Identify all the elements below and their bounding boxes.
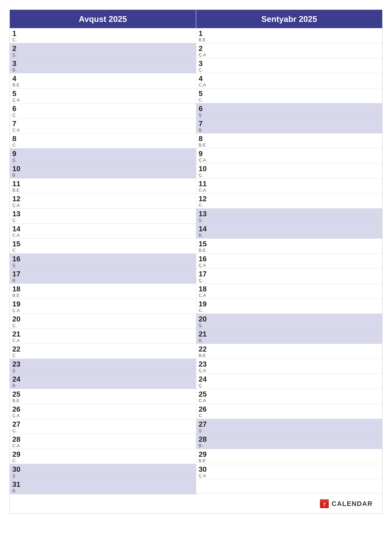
footer: 7 CALENDAR xyxy=(10,494,382,513)
day-number-col: 28 C.A xyxy=(10,434,24,449)
day-number: 17 xyxy=(12,270,22,278)
day-content xyxy=(210,193,382,208)
day-abbr: B. xyxy=(12,488,22,493)
day-abbr: Ş. xyxy=(199,112,208,117)
day-abbr: C. xyxy=(12,458,22,463)
day-number: 7 xyxy=(199,120,208,127)
month1-header: Avqust 2025 xyxy=(10,10,196,28)
september-day-12: 12 C. xyxy=(196,193,382,209)
day-number-col: 20 Ş. xyxy=(196,314,210,329)
august-day-22: 22 C. xyxy=(10,344,196,359)
day-content xyxy=(24,254,196,269)
day-content xyxy=(210,58,382,73)
day-abbr: C. xyxy=(12,37,22,42)
day-abbr: Ç. xyxy=(199,173,208,178)
day-content xyxy=(24,118,196,133)
day-number: 4 xyxy=(199,75,208,82)
day-number: 27 xyxy=(12,421,22,428)
august-day-26: 26 Ç.A xyxy=(10,404,196,419)
day-number: 21 xyxy=(12,330,22,338)
september-day-13: 13 Ş. xyxy=(196,209,382,224)
day-number-col: 31 B. xyxy=(10,479,24,494)
day-number: 12 xyxy=(12,195,22,202)
september-day-23: 23 Ç.A xyxy=(196,359,382,374)
month2-header: Sentyabr 2025 xyxy=(196,10,382,28)
day-number: 22 xyxy=(12,345,22,353)
day-abbr: B. xyxy=(12,173,22,178)
logo-area: 7 CALENDAR xyxy=(320,499,373,509)
svg-text:7: 7 xyxy=(323,502,326,507)
day-abbr: Ç.A xyxy=(12,413,22,418)
day-number: 11 xyxy=(199,180,208,187)
day-content xyxy=(24,434,196,449)
day-abbr: Ç. xyxy=(12,112,22,117)
day-content xyxy=(24,374,196,389)
day-abbr: Ç.A xyxy=(199,368,208,373)
day-number: 15 xyxy=(199,240,208,248)
day-content xyxy=(210,464,382,479)
day-number: 12 xyxy=(199,195,208,202)
day-content xyxy=(24,389,196,404)
day-abbr: Ş. xyxy=(12,52,22,58)
day-content xyxy=(210,389,382,404)
day-number: 4 xyxy=(12,75,22,82)
month2-title: Sentyabr 2025 xyxy=(261,15,317,24)
day-number: 26 xyxy=(12,405,22,413)
august-day-17: 17 B. xyxy=(10,269,196,284)
day-abbr: Ç. xyxy=(199,278,208,283)
day-abbr: Ş. xyxy=(199,218,208,223)
day-number: 14 xyxy=(199,225,208,232)
day-number: 10 xyxy=(12,165,22,172)
day-abbr: Ş. xyxy=(199,428,208,433)
day-abbr: B.E xyxy=(199,248,208,253)
day-content xyxy=(24,209,196,223)
day-content xyxy=(210,419,382,434)
september-day-2: 2 Ç.A xyxy=(196,43,382,58)
day-number-col: 26 C. xyxy=(196,404,210,419)
august-day-19: 19 Ç.A xyxy=(10,299,196,314)
september-day-28: 28 B. xyxy=(196,434,382,449)
day-abbr: C.A xyxy=(12,338,22,343)
august-day-2: 2 Ş. xyxy=(10,43,196,58)
day-abbr: B.E xyxy=(12,398,22,403)
september-day-7: 7 B. xyxy=(196,118,382,133)
day-abbr: Ç. xyxy=(199,383,208,388)
day-content xyxy=(24,133,196,148)
september-day-3: 3 Ç. xyxy=(196,58,382,73)
day-number-col: 5 C. xyxy=(196,88,210,103)
day-number-col: 21 B. xyxy=(196,329,210,344)
day-number: 9 xyxy=(12,150,22,157)
day-number-col: 13 Ç. xyxy=(10,209,24,223)
day-content xyxy=(210,224,382,238)
day-number: 25 xyxy=(12,390,22,398)
day-number-col: 5 Ç.A xyxy=(10,88,24,103)
day-number-col: 25 C.A xyxy=(196,389,210,404)
day-content xyxy=(24,148,196,163)
day-abbr: C. xyxy=(199,413,208,418)
day-number-col: 17 B. xyxy=(10,269,24,284)
day-abbr: Ç.A xyxy=(12,308,22,313)
day-number: 16 xyxy=(199,255,208,263)
day-abbr: Ş. xyxy=(12,473,22,478)
day-content xyxy=(210,434,382,449)
day-number-col: 24 B. xyxy=(10,374,24,389)
day-abbr: B. xyxy=(199,233,208,238)
august-day-18: 18 B.E xyxy=(10,284,196,299)
day-content xyxy=(210,28,382,43)
day-number: 15 xyxy=(12,240,22,248)
calendar-body: 1 C. 2 Ş. 3 B. 4 B.E 5 Ç xyxy=(10,28,382,494)
day-number-col: 1 C. xyxy=(10,28,24,43)
svg-rect-4 xyxy=(320,499,329,502)
day-abbr: Ç.A xyxy=(199,158,208,163)
day-number-col: 30 Ş. xyxy=(10,464,24,479)
day-abbr: C.A xyxy=(12,128,22,132)
day-number-col: 4 C.A xyxy=(196,73,210,88)
day-number: 18 xyxy=(12,285,22,292)
day-content xyxy=(210,163,382,178)
day-number: 25 xyxy=(199,390,208,398)
day-abbr: Ç. xyxy=(199,67,208,73)
day-content xyxy=(210,284,382,299)
september-day-1: 1 B.E xyxy=(196,28,382,43)
day-abbr: Ş. xyxy=(12,263,22,268)
september-day-4: 4 C.A xyxy=(196,73,382,88)
